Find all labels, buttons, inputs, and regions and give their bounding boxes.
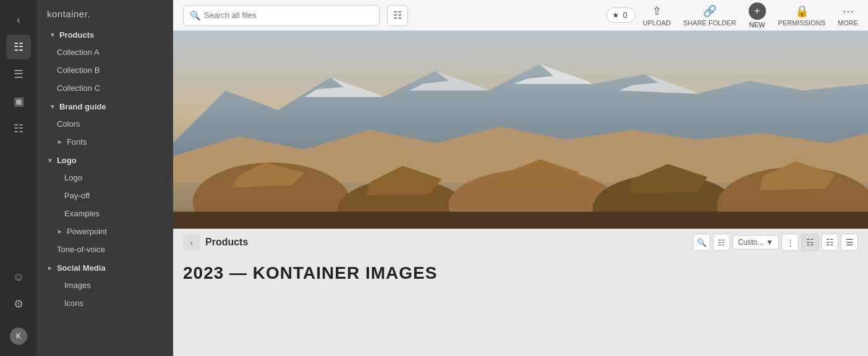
sidebar-item-powerpoint[interactable]: ► Powerpoint [40,222,171,240]
briefcase-nav-button[interactable]: ☷ [6,116,31,141]
upload-label: UPLOAD [643,19,671,27]
new-icon: + [749,2,766,20]
bottom-section: ‹ Products 🔍 ☷ Custo... ▼ ⋮ ☷ ☷ ☰ 2023 —… [173,229,868,356]
sidebar-item-collection-a[interactable]: Collection A [40,43,171,61]
drag-handle-icon: ⋮ [158,174,166,182]
new-action[interactable]: + NEW [749,2,766,28]
sidebar-item-collection-b[interactable]: Collection B [40,61,171,79]
sidebar-item-icons[interactable]: Icons [40,294,171,312]
star-icon: ★ [612,11,619,20]
title-brand: KONTAINER [253,263,360,282]
logo: kontainer. [37,0,173,25]
sidebar-item-collection-c[interactable]: Collection C [40,79,171,97]
title-dash: — [229,263,253,282]
products-back-button[interactable]: ‹ [183,234,200,251]
topbar: 🔍 ☷ ★ 0 ⇧ UPLOAD 🔗 SHARE FOLDER + NEW [173,0,868,31]
filter-button[interactable]: ☷ [387,5,408,26]
sidebar-item-colors[interactable]: Colors [40,115,171,133]
upload-icon: ⇧ [652,4,662,18]
upload-action[interactable]: ⇧ UPLOAD [643,4,671,27]
list-controls-button[interactable]: ⋮ [781,234,799,251]
sidebar-item-pay-off[interactable]: Pay-off [40,187,171,205]
sidebar-item-examples[interactable]: Examples [40,205,171,222]
favorites-count: 0 [623,11,628,20]
back-nav-button[interactable]: ‹ [6,7,31,32]
grid-nav-button[interactable]: ☷ [6,35,31,59]
settings-nav-button[interactable]: ⚙ [6,292,31,316]
title-suffix: IMAGES [365,263,437,282]
bottom-toolbar: ‹ Products 🔍 ☷ Custo... ▼ ⋮ ☷ ☷ ☰ [173,229,868,256]
avatar-button[interactable]: K [6,324,31,349]
content-area: 2023 — KONTAINER IMAGES [173,256,868,356]
filter-files-button[interactable]: ☷ [713,234,730,251]
more-icon: ⋯ [843,4,854,18]
sidebar-item-fonts[interactable]: ► Fonts [40,133,171,151]
permissions-icon: 🔒 [795,4,809,18]
more-label: MORE [838,19,858,27]
list-view-button[interactable]: ☰ [841,234,858,251]
more-action[interactable]: ⋯ MORE [838,4,858,27]
chevron-down-icon: ▼ [49,103,56,110]
main-content: 🔍 ☷ ★ 0 ⇧ UPLOAD 🔗 SHARE FOLDER + NEW [173,0,868,356]
new-label: NEW [749,21,765,28]
sidebar-item-tone-of-voice[interactable]: Tone-of-voice [40,240,171,258]
view-controls: 🔍 ☷ Custo... ▼ ⋮ ☷ ☷ ☰ [693,234,858,251]
search-input[interactable] [204,11,373,20]
chevron-right-icon: ► [57,228,63,235]
permissions-action[interactable]: 🔒 PERMISSIONS [778,4,825,27]
new-action-wrap: + NEW New [749,2,766,28]
sort-dropdown[interactable]: Custo... ▼ [733,235,779,250]
svg-rect-12 [173,212,868,229]
chevron-down-icon: ▼ [766,238,773,247]
sidebar-item-products[interactable]: ▼ Products [40,25,171,43]
chevron-down-icon: ▼ [47,157,53,164]
chevron-down-icon: ▼ [49,32,56,38]
list-nav-button[interactable]: ☰ [6,62,31,87]
hero-image [173,31,868,229]
grid-view-button[interactable]: ☷ [801,234,819,251]
sidebar-item-logo[interactable]: ▼ Logo [40,151,171,169]
icon-rail: ‹ ☷ ☰ ▣ ☷ ☺ ⚙ K [0,0,37,356]
user-nav-button[interactable]: ☺ [6,265,31,289]
chevron-right-icon: ► [57,138,63,145]
compact-view-button[interactable]: ☷ [821,234,838,251]
sort-label: Custo... [738,238,764,247]
topbar-actions: ⇧ UPLOAD 🔗 SHARE FOLDER + NEW New 🔒 PERM… [643,2,858,28]
sidebar-item-logo-logo[interactable]: Logo ⋮ [40,169,171,187]
sidebar-item-brand-guide[interactable]: ▼ Brand guide [40,97,171,115]
hero-background [173,31,868,229]
content-title: 2023 — KONTAINER IMAGES [183,263,858,283]
title-year: 2023 [183,263,224,282]
favorites-button[interactable]: ★ 0 [606,7,636,23]
sidebar-item-social-media[interactable]: ► Social Media [40,258,171,276]
share-folder-action[interactable]: 🔗 SHARE FOLDER [683,4,736,27]
chevron-right-icon: ► [47,265,53,271]
share-folder-label: SHARE FOLDER [683,19,736,27]
products-title: Products [205,237,248,248]
chat-nav-button[interactable]: ▣ [6,89,31,114]
share-folder-icon: 🔗 [703,4,717,18]
permissions-label: PERMISSIONS [778,19,825,27]
sidebar-item-images[interactable]: Images [40,276,171,294]
search-icon: 🔍 [190,11,200,20]
sidebar: kontainer. ▼ Products Collection A Colle… [37,0,173,356]
search-box[interactable]: 🔍 [183,5,380,26]
search-files-button[interactable]: 🔍 [693,234,710,251]
